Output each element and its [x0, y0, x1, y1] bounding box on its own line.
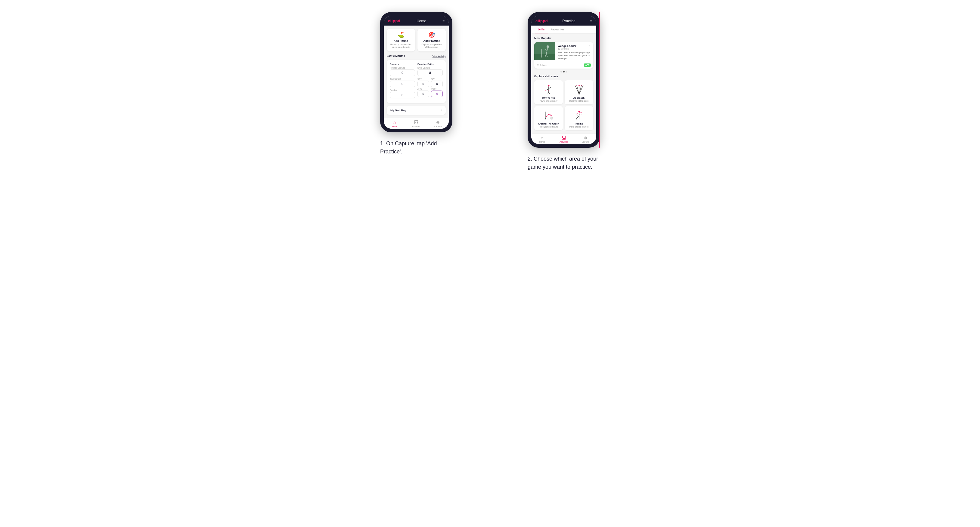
add-practice-card[interactable]: 🎯 Add Practice Capture your practice off…: [417, 29, 446, 51]
skill-card-around-the-green[interactable]: Around The Green Hone your short game: [534, 106, 563, 130]
off-the-tee-title: Off The Tee: [537, 97, 560, 99]
app-header-2: clippd Practice ≡: [531, 16, 596, 25]
phone-section-1: clippd Home ≡ ⛳ Add Round Record your sh…: [355, 12, 478, 156]
svg-line-6: [546, 54, 547, 57]
featured-card-footer: ⏱ 9 shots APP: [534, 62, 593, 68]
skill-card-off-the-tee[interactable]: Off The Tee Power and accuracy: [534, 80, 563, 105]
featured-card-body: Wedge Ladder 50–100 yds ☆ Play 1 shot at…: [534, 42, 593, 62]
ott-item: OTT 0: [417, 78, 429, 87]
app-item: APP 4: [431, 78, 443, 87]
svg-point-22: [550, 117, 553, 119]
practice-tabs-nav: Drills Favourites: [531, 25, 596, 34]
target-icon: 🎯: [420, 32, 443, 38]
page-container: clippd Home ≡ ⛳ Add Round Record your sh…: [355, 12, 625, 171]
shots-count: ⏱ 9 shots: [537, 64, 547, 66]
dot-3: [566, 71, 567, 73]
app-label: APP: [431, 78, 443, 80]
stats-row: Rounds Rounds Capture 0 Tournament 0: [390, 63, 443, 100]
tab-home-2[interactable]: ⌂ Home: [531, 135, 553, 143]
around-the-green-desc: Hone your short game: [537, 126, 560, 128]
add-round-card[interactable]: ⛳ Add Round Record your shots fast or en…: [387, 29, 415, 51]
skill-card-approach[interactable]: Approach Dial-in to hit the green: [565, 80, 593, 105]
tab-capture-1[interactable]: ⊕ Capture: [427, 120, 449, 127]
around-the-green-icon-area: [537, 109, 560, 121]
svg-line-4: [545, 49, 547, 51]
tab-bar-1: ⌂ Home ⛾ Activities ⊕ Capture: [384, 118, 449, 129]
caption-2: 2. Choose which area of your game you wa…: [528, 155, 600, 171]
svg-point-29: [576, 118, 577, 119]
around-the-green-title: Around The Green: [537, 122, 560, 125]
activities-tab-label: Activities: [412, 125, 420, 127]
dots-indicator: [534, 71, 593, 73]
drills-title: Practice Drills: [417, 63, 443, 65]
svg-rect-1: [534, 54, 555, 60]
rounds-title: Rounds: [390, 63, 415, 65]
star-icon[interactable]: ☆: [588, 44, 591, 48]
home-tab-label-2: Home: [539, 141, 545, 143]
tab-home-1[interactable]: ⌂ Home: [384, 120, 406, 127]
arg-item: ARG 0: [417, 88, 429, 97]
chevron-right-icon: ›: [441, 109, 442, 112]
dot-2: [563, 71, 565, 73]
tournament-item: Tournament 0: [390, 78, 415, 87]
caption-1: 1. On Capture, tap 'Add Practice'.: [380, 140, 452, 156]
add-practice-title: Add Practice: [420, 40, 443, 43]
tab-activities-1[interactable]: ⛾ Activities: [406, 120, 427, 127]
menu-icon-1[interactable]: ≡: [442, 19, 445, 23]
arg-putt-row: ARG 0 PUTT 4: [417, 88, 443, 97]
phone-inner-1: clippd Home ≡ ⛳ Add Round Record your sh…: [384, 16, 449, 129]
most-popular-label: Most Popular: [534, 37, 593, 40]
svg-line-3: [546, 48, 548, 54]
arg-value: 0: [417, 90, 429, 97]
tab-bar-2: ⌂ Home ⛾ Activities ⊕ Capture: [531, 133, 596, 144]
capture-tab-label-2: Capture: [582, 141, 589, 143]
svg-point-20: [576, 86, 577, 86]
svg-point-28: [578, 111, 580, 113]
stats-container: Rounds Rounds Capture 0 Tournament 0: [387, 60, 446, 103]
featured-card-desc: Play 1 shot at each target yardage. If y…: [558, 51, 591, 60]
featured-card[interactable]: Wedge Ladder 50–100 yds ☆ Play 1 shot at…: [534, 42, 593, 68]
svg-point-2: [547, 45, 549, 48]
app-value: 4: [431, 81, 443, 87]
dot-1: [560, 71, 562, 73]
view-activity-link[interactable]: View Activity: [433, 55, 446, 57]
practice-item: Practice 0: [390, 89, 415, 98]
putting-desc: Make and lag practice: [567, 126, 591, 128]
stats-section-header: Last 3 Months View Activity: [387, 54, 446, 57]
practice-label: Practice: [390, 89, 415, 91]
phone-frame-1: clippd Home ≡ ⛳ Add Round Record your sh…: [380, 12, 452, 132]
home-tab-icon: ⌂: [393, 120, 396, 125]
explore-label: Explore skill areas: [534, 75, 593, 78]
favourites-tab[interactable]: Favourites: [548, 25, 568, 33]
ott-label: OTT: [417, 78, 429, 80]
putt-label: PUTT: [431, 88, 443, 90]
approach-desc: Dial-in to hit the green: [567, 100, 591, 102]
drills-capture-label: Drills Capture: [417, 67, 443, 69]
practice-inner: Most Popular: [531, 34, 596, 133]
menu-icon-2[interactable]: ≡: [590, 19, 592, 23]
tab-activities-2[interactable]: ⛾ Activities: [553, 135, 574, 143]
approach-icon-area: [567, 83, 591, 95]
tab-capture-2[interactable]: ⊕ Capture: [574, 135, 596, 143]
activities-tab-label-2: Activities: [560, 141, 568, 143]
svg-point-19: [579, 85, 580, 86]
skill-card-putting[interactable]: Putting Make and lag practice: [565, 106, 593, 130]
skill-grid: Off The Tee Power and accuracy: [534, 80, 593, 130]
drills-capture-value: 8: [417, 70, 443, 76]
putting-title: Putting: [567, 122, 591, 125]
ott-value: 0: [417, 81, 429, 87]
clock-icon: ⏱: [537, 64, 539, 66]
svg-line-9: [546, 89, 549, 90]
drills-tab[interactable]: Drills: [535, 25, 548, 33]
header-title-1: Home: [417, 19, 426, 23]
featured-card-image: [534, 42, 555, 60]
arg-label: ARG: [417, 88, 429, 90]
drills-col: Practice Drills Drills Capture 8 OTT 0: [417, 63, 443, 100]
app-header-1: clippd Home ≡: [384, 16, 449, 25]
home-tab-icon-2: ⌂: [541, 135, 543, 140]
featured-card-text: Wedge Ladder 50–100 yds ☆ Play 1 shot at…: [555, 42, 593, 62]
approach-title: Approach: [567, 97, 591, 99]
svg-point-21: [581, 86, 582, 86]
my-golf-bag[interactable]: My Golf Bag ›: [387, 106, 446, 115]
add-practice-desc: Capture your practice off-the-course: [420, 43, 443, 48]
